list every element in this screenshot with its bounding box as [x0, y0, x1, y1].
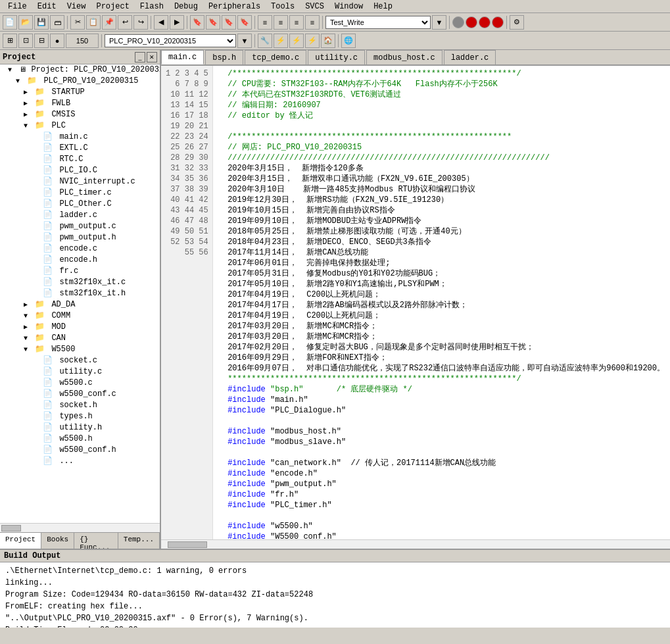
tb2-dbg1[interactable]: 🔧	[258, 34, 272, 48]
menu-flash[interactable]: Flash	[135, 1, 169, 12]
open-button[interactable]: 📂	[18, 15, 33, 30]
project-tab-func[interactable]: {} Func...	[74, 533, 118, 549]
code-content[interactable]: /***************************************…	[213, 66, 670, 539]
tree-cmsis[interactable]: ▶ 📁 CMSIS	[0, 109, 160, 120]
copy-button[interactable]: 📋	[86, 15, 101, 30]
tree-plcother[interactable]: 📄 PLC_Other.C	[0, 198, 160, 209]
build2-button[interactable]	[466, 16, 477, 28]
menu-tools[interactable]: Tools	[266, 1, 300, 12]
tree-more[interactable]: 📄 ...	[0, 455, 160, 466]
tree-plcioc[interactable]: 📄 PLC_IO.C	[0, 164, 160, 176]
tree-socketc[interactable]: 📄 socket.c	[0, 355, 160, 366]
project-tab-temp[interactable]: Temp...	[118, 533, 160, 549]
tree-socketh[interactable]: 📄 socket.h	[0, 399, 160, 410]
tree-adda[interactable]: ▶ 📁 AD_DA	[0, 299, 160, 310]
save-button[interactable]: 💾	[34, 15, 49, 30]
tb2-3[interactable]: ⊟	[34, 34, 49, 48]
tree-rtcc[interactable]: 📄 RTC.C	[0, 153, 160, 164]
tab-ladder[interactable]: ladder.c	[444, 50, 496, 64]
build1-button[interactable]	[452, 16, 464, 28]
menu-file[interactable]: File	[3, 1, 32, 12]
bookmark3-button[interactable]: 🔖	[222, 15, 236, 30]
combo-arrow[interactable]: ▼	[432, 15, 446, 30]
tree-startup[interactable]: ▶ 📁 STARTUP	[0, 86, 160, 97]
proj-dropdown[interactable]: ▼	[237, 34, 252, 48]
tree-stm32f10x-it-h[interactable]: 📄 stm32f10x_it.h	[0, 287, 160, 299]
tb2-dbg3[interactable]: ⚡	[289, 34, 304, 48]
editor-hscroll-thumb[interactable]	[168, 541, 207, 548]
tree-mainc[interactable]: 📄 main.c	[0, 131, 160, 142]
forward-button[interactable]: ▶	[170, 15, 184, 30]
menu-window[interactable]: Window	[329, 1, 368, 12]
tree-encodec[interactable]: 📄 encode.c	[0, 243, 160, 254]
hscroll-thumb[interactable]	[1, 525, 21, 532]
tree-plc-pro[interactable]: ▼ 📁 PLC_PRO_V10_20200315	[0, 75, 160, 86]
tb2-dbg2[interactable]: ⚡	[274, 34, 288, 48]
tree-comm[interactable]: ▼ 📁 COMM	[0, 310, 160, 321]
tree-ladderc[interactable]: 📄 ladder.c	[0, 209, 160, 220]
editor-hscroll[interactable]	[161, 539, 670, 549]
tree-w5500c[interactable]: 📄 w5500.c	[0, 377, 160, 388]
tree-stm32f10x-it-c[interactable]: 📄 stm32f10x_it.c	[0, 276, 160, 287]
menu-debug[interactable]: Debug	[169, 1, 203, 12]
panel-minimize[interactable]: _	[135, 52, 145, 62]
tree-w5500[interactable]: ▼ 📁 W5500	[0, 343, 160, 355]
tb2-4[interactable]: ●	[50, 34, 64, 48]
build4-button[interactable]	[492, 16, 504, 28]
tab-bsph[interactable]: bsp.h	[205, 50, 243, 64]
cut-button[interactable]: ✂	[70, 15, 85, 30]
menu-peripherals[interactable]: Peripherals	[203, 1, 266, 12]
tree-fwlb[interactable]: ▶ 📁 FWLB	[0, 97, 160, 109]
tree-encodeh[interactable]: 📄 encode.h	[0, 254, 160, 265]
tab-modbushost[interactable]: modbus_host.c	[366, 50, 443, 64]
tb2-2[interactable]: ⊡	[18, 34, 33, 48]
align3-button[interactable]: ≡	[289, 15, 304, 30]
paste-button[interactable]: 📌	[102, 15, 116, 30]
tab-tcpdemo[interactable]: tcp_demo.c	[245, 50, 306, 64]
undo-button[interactable]: ↩	[118, 15, 132, 30]
tb2-dbg4[interactable]: ⚡	[305, 34, 320, 48]
align4-button[interactable]: ≡	[305, 15, 320, 30]
menu-edit[interactable]: Edit	[32, 1, 62, 12]
menu-project[interactable]: Project	[91, 1, 134, 12]
tb2-1[interactable]: ⊞	[3, 34, 17, 48]
panel-close[interactable]: ✕	[147, 52, 157, 62]
tree-utilityc[interactable]: 📄 utility.c	[0, 366, 160, 377]
tree-nvic[interactable]: 📄 NVIC_interrupt.c	[0, 176, 160, 187]
tree-plctimer[interactable]: 📄 PLC_timer.c	[0, 187, 160, 198]
build3-button[interactable]	[479, 16, 491, 28]
menu-help[interactable]: Help	[368, 1, 398, 12]
new-button[interactable]: 📄	[3, 15, 17, 30]
bookmark-button[interactable]: 🔖	[190, 15, 204, 30]
align2-button[interactable]: ≡	[274, 15, 288, 30]
redo-button[interactable]: ↪	[133, 15, 148, 30]
misc1-button[interactable]: ⚙	[510, 15, 524, 30]
project-tab-books[interactable]: Books	[41, 533, 74, 549]
tree-w5500h[interactable]: 📄 w5500.h	[0, 433, 160, 444]
tree-pwmh[interactable]: 📄 pwm_output.h	[0, 232, 160, 243]
tree-can[interactable]: ▼ 📁 CAN	[0, 332, 160, 343]
tab-utility[interactable]: utility.c	[308, 50, 365, 64]
tree-typesh[interactable]: 📄 types.h	[0, 410, 160, 422]
tab-mainc[interactable]: main.c	[161, 50, 204, 64]
tree-pwmout[interactable]: 📄 pwm_output.c	[0, 220, 160, 232]
project-hscroll[interactable]	[0, 523, 160, 532]
tree-extlc[interactable]: 📄 EXTL.C	[0, 142, 160, 153]
project-combo[interactable]: PLC_PRO_V10_20200315	[105, 34, 236, 47]
code-editor[interactable]: 1 2 3 4 5 6 7 8 9 10 11 12 13 14 15 16 1…	[161, 66, 670, 539]
bookmark2-button[interactable]: 🔖	[206, 15, 220, 30]
tree-mod[interactable]: ▶ 📁 MOD	[0, 321, 160, 332]
tree-w5500confh[interactable]: 📄 w5500_conf.h	[0, 444, 160, 455]
target-combo[interactable]: Test_Write	[325, 16, 431, 29]
tree-w5500confc[interactable]: 📄 w5500_conf.c	[0, 388, 160, 399]
tree-root[interactable]: ▼ 🖥 Project: PLC_PRO_V10_20200315	[0, 64, 160, 75]
menu-svcs[interactable]: SVCS	[300, 1, 329, 12]
tb2-5[interactable]: 150	[66, 34, 99, 48]
save-all-button[interactable]: 🗃	[50, 15, 64, 30]
align1-button[interactable]: ≡	[258, 15, 272, 30]
back-button[interactable]: ◀	[154, 15, 168, 30]
tree-plc[interactable]: ▼ 📁 PLC	[0, 120, 160, 131]
tree-utilityh[interactable]: 📄 utility.h	[0, 422, 160, 433]
tb2-dbg5[interactable]: 🏠	[321, 34, 335, 48]
menu-view[interactable]: View	[62, 1, 91, 12]
